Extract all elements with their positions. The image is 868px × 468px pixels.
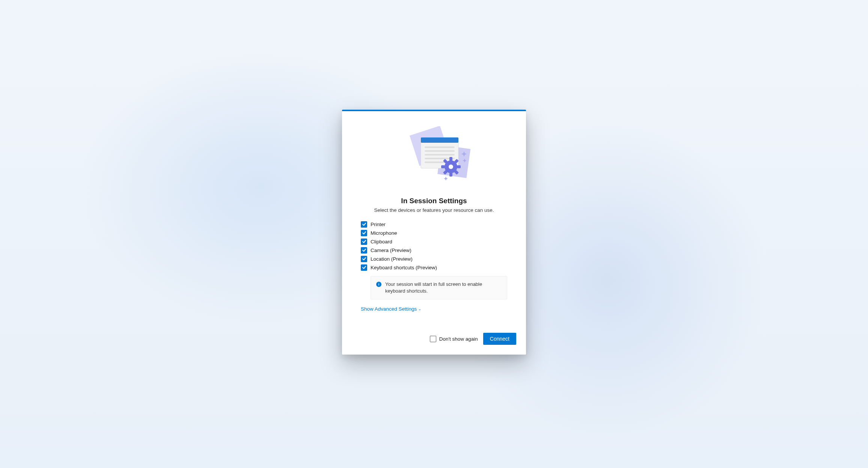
info-text: Your session will start in full screen t… (385, 281, 502, 294)
advanced-link-label: Show Advanced Settings (361, 306, 417, 312)
chevron-down-icon: ⌄ (418, 307, 421, 311)
svg-rect-11 (449, 173, 452, 177)
option-camera: Camera (Preview) (361, 247, 507, 254)
dialog-footer: Don't show again Connect (342, 333, 526, 355)
option-microphone: Microphone (361, 230, 507, 236)
option-label: Keyboard shortcuts (Preview) (371, 265, 437, 270)
checkbox-location[interactable] (361, 256, 367, 262)
options-list: Printer Microphone Clipboard Camera (Pre… (361, 221, 507, 271)
option-label: Camera (Preview) (371, 248, 411, 253)
checkbox-keyboard-shortcuts[interactable] (361, 264, 367, 271)
info-icon: i (376, 282, 381, 287)
option-printer: Printer (361, 221, 507, 228)
svg-rect-6 (425, 154, 455, 155)
show-advanced-settings-link[interactable]: Show Advanced Settings ⌄ (361, 306, 421, 312)
svg-rect-10 (449, 157, 452, 161)
option-keyboard-shortcuts: Keyboard shortcuts (Preview) (361, 264, 507, 271)
checkbox-printer[interactable] (361, 221, 367, 228)
option-label: Clipboard (371, 239, 392, 245)
checkbox-clipboard[interactable] (361, 239, 367, 245)
svg-point-18 (449, 165, 453, 169)
connect-button[interactable]: Connect (483, 333, 516, 345)
checkbox-microphone[interactable] (361, 230, 367, 236)
option-label: Location (Preview) (371, 256, 413, 262)
settings-illustration (361, 126, 507, 190)
dont-show-label: Don't show again (439, 336, 478, 342)
checkbox-camera[interactable] (361, 247, 367, 254)
svg-rect-5 (425, 150, 455, 152)
svg-rect-12 (441, 165, 445, 168)
svg-rect-4 (425, 146, 455, 148)
svg-rect-3 (421, 137, 458, 143)
svg-rect-13 (457, 165, 461, 168)
info-box: i Your session will start in full screen… (371, 276, 507, 299)
option-label: Printer (371, 222, 386, 227)
option-location: Location (Preview) (361, 256, 507, 262)
dialog-subtitle: Select the devices or features your reso… (361, 207, 507, 213)
checkbox-dont-show-again[interactable] (430, 336, 436, 342)
dont-show-again-option: Don't show again (430, 336, 478, 342)
session-settings-dialog: In Session Settings Select the devices o… (342, 110, 526, 355)
dialog-title: In Session Settings (361, 197, 507, 205)
option-label: Microphone (371, 230, 397, 236)
option-clipboard: Clipboard (361, 239, 507, 245)
